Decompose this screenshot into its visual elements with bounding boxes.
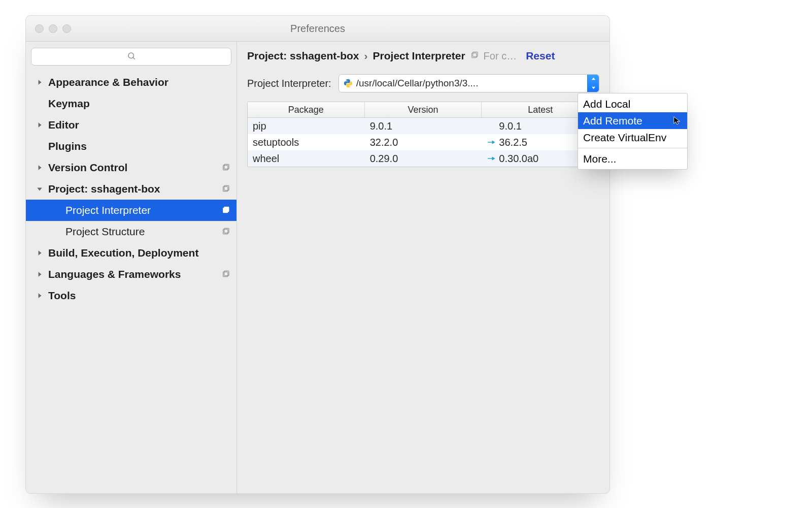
cell-package: wheel [248,150,365,167]
interpreter-stepper[interactable] [587,75,599,92]
project-scope-icon [221,270,230,278]
interpreter-actions-menu: Add LocalAdd RemoteCreate VirtualEnvMore… [578,93,688,170]
sidebar-item-label: Editor [48,119,217,131]
menu-item-add-remote[interactable]: Add Remote [578,112,687,129]
svg-rect-10 [223,272,228,276]
menu-item-create-virtualenv[interactable]: Create VirtualEnv [578,129,687,146]
sidebar-item-build-execution-deployment[interactable]: Build, Execution, Deployment [26,242,236,264]
search-icon [127,51,136,62]
project-scope-icon [221,206,230,214]
sidebar: Appearance & BehaviorKeymapEditorPlugins… [26,42,237,493]
table-row[interactable]: pip9.0.19.0.1 [248,118,599,134]
python-icon [339,78,356,88]
sidebar-item-project-sshagent-box[interactable]: Project: sshagent-box [26,178,236,200]
update-available-icon [487,154,496,163]
sidebar-item-label: Build, Execution, Deployment [48,247,217,259]
main-panel: Project: sshagent-box › Project Interpre… [237,42,610,493]
chevron-right-icon[interactable] [35,250,44,256]
window-title: Preferences [26,23,610,35]
chevron-down-icon[interactable] [35,186,44,192]
svg-rect-7 [224,207,229,211]
chevron-right-icon[interactable] [35,293,44,299]
sidebar-item-label: Keymap [48,98,217,110]
update-available-icon [487,138,496,147]
interpreter-select[interactable]: /usr/local/Cellar/python3/3.... [339,74,599,92]
sidebar-item-tools[interactable]: Tools [26,285,236,306]
chevron-right-icon[interactable] [35,165,44,171]
breadcrumb: Project: sshagent-box › Project Interpre… [237,42,610,70]
sidebar-item-label: Version Control [48,162,217,174]
for-current-project-label: For c… [484,50,517,62]
chevron-right-icon[interactable] [35,122,44,128]
cell-version: 9.0.1 [365,118,482,134]
svg-rect-3 [224,164,229,169]
breadcrumb-project: Project: sshagent-box [247,50,359,62]
sidebar-item-label: Appearance & Behavior [48,76,217,88]
close-window-button[interactable] [35,24,44,33]
breadcrumb-page: Project Interpreter [373,50,465,62]
table-row[interactable]: wheel0.29.00.30.0a0 [248,150,599,167]
sidebar-item-label: Project Structure [65,226,217,238]
search-input[interactable] [31,48,231,66]
cell-package: pip [248,118,365,134]
sidebar-item-label: Project Interpreter [65,204,217,216]
sidebar-item-label: Languages & Frameworks [48,268,217,280]
svg-rect-5 [224,185,229,190]
sidebar-item-version-control[interactable]: Version Control [26,157,236,178]
project-scope-icon [470,50,479,62]
menu-item-add-local[interactable]: Add Local [578,96,687,112]
table-header: Package Version Latest [248,102,599,118]
chevron-right-icon[interactable] [35,271,44,277]
svg-line-1 [133,57,135,59]
svg-point-0 [128,53,134,58]
sidebar-item-project-structure[interactable]: Project Structure [26,221,236,242]
sidebar-item-keymap[interactable]: Keymap [26,93,236,114]
svg-rect-4 [223,186,228,191]
window-controls [26,24,71,33]
sidebar-item-languages-frameworks[interactable]: Languages & Frameworks [26,264,236,285]
interpreter-value: /usr/local/Cellar/python3/3.... [356,78,587,89]
col-package[interactable]: Package [248,102,365,117]
sidebar-item-plugins[interactable]: Plugins [26,136,236,157]
sidebar-item-appearance-behavior[interactable]: Appearance & Behavior [26,72,236,93]
chevron-right-icon[interactable] [35,79,44,85]
zoom-window-button[interactable] [62,24,71,33]
sidebar-item-project-interpreter[interactable]: Project Interpreter [26,200,236,221]
sidebar-item-editor[interactable]: Editor [26,114,236,136]
svg-rect-12 [471,53,476,57]
titlebar: Preferences [26,16,610,42]
sidebar-item-label: Plugins [48,140,217,152]
breadcrumb-separator: › [364,50,368,62]
interpreter-label: Project Interpreter: [247,78,331,89]
svg-rect-9 [224,228,229,233]
svg-rect-11 [224,271,229,275]
cell-package: setuptools [248,134,365,150]
project-scope-icon [221,164,230,172]
menu-divider [578,148,687,148]
cell-version: 0.29.0 [365,150,482,167]
project-scope-icon [221,185,230,193]
sidebar-tree: Appearance & BehaviorKeymapEditorPlugins… [26,70,236,493]
sidebar-item-label: Project: sshagent-box [48,183,217,195]
packages-table: Package Version Latest pip9.0.19.0.1setu… [247,102,599,167]
preferences-window: Preferences Appearance & BehaviorKeymapE… [25,15,610,494]
cursor-icon [673,115,682,124]
svg-rect-2 [223,165,228,170]
minimize-window-button[interactable] [49,24,57,33]
sidebar-item-label: Tools [48,290,217,302]
reset-link[interactable]: Reset [526,50,555,62]
col-version[interactable]: Version [365,102,482,117]
svg-rect-8 [223,229,228,234]
table-row[interactable]: setuptools32.2.036.2.5 [248,134,599,150]
menu-item-more[interactable]: More... [578,150,687,167]
cell-version: 32.2.0 [365,134,482,150]
svg-rect-13 [472,52,477,56]
project-scope-icon [221,228,230,236]
